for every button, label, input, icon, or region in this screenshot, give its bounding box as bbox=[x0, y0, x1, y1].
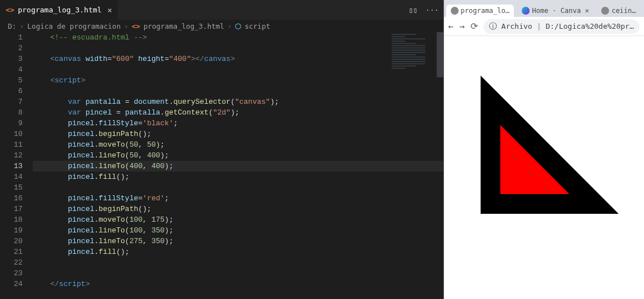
browser-tab-label: programa_lo… bbox=[461, 7, 510, 15]
site-info-icon[interactable]: ⓘ bbox=[489, 21, 497, 32]
forward-icon[interactable]: → bbox=[459, 21, 465, 32]
browser-tab-active[interactable]: programa_lo… bbox=[446, 5, 514, 17]
canva-favicon bbox=[522, 7, 530, 15]
page-favicon bbox=[451, 7, 459, 15]
chevron-right-icon: › bbox=[228, 22, 232, 30]
browser-pane: programa_lo… Home · Canva × ceiin… ← → ⟳… bbox=[443, 0, 644, 299]
browser-tab[interactable]: Home · Canva × bbox=[517, 5, 593, 17]
browser-tab-label: Home · Canva × bbox=[532, 7, 589, 15]
breadcrumb-file[interactable]: programa_log_3.html bbox=[144, 22, 224, 30]
url-scheme-label: Archivo bbox=[501, 22, 532, 30]
canvas-output bbox=[461, 56, 644, 214]
code-editor[interactable]: 123456789101112131415161718192021222324 … bbox=[0, 32, 443, 299]
breadcrumb-folder[interactable]: Logica de programacion bbox=[28, 22, 121, 30]
url-text: D:/Logica%20de%20pr… bbox=[545, 22, 634, 30]
editor-pane: <> programa_log_3.html × ▯▯ ··· D: › Log… bbox=[0, 0, 443, 299]
browser-tab[interactable]: ceiin… bbox=[597, 5, 640, 17]
browser-tab-label: ceiin… bbox=[611, 7, 636, 15]
page-viewport bbox=[444, 36, 644, 299]
tab-bar: <> programa_log_3.html × ▯▯ ··· bbox=[0, 0, 443, 20]
back-icon[interactable]: ← bbox=[448, 21, 454, 32]
reload-icon[interactable]: ⟳ bbox=[470, 21, 478, 32]
breadcrumb-symbol[interactable]: script bbox=[245, 22, 270, 30]
line-number-gutter: 123456789101112131415161718192021222324 bbox=[0, 32, 33, 299]
scrollbar-thumb[interactable] bbox=[437, 32, 443, 77]
breadcrumb: D: › Logica de programacion › <> program… bbox=[0, 20, 443, 32]
tab-label: programa_log_3.html bbox=[18, 6, 102, 14]
vertical-scrollbar[interactable] bbox=[437, 32, 443, 299]
breadcrumb-drive[interactable]: D: bbox=[8, 22, 16, 30]
browser-toolbar: ← → ⟳ ⓘ Archivo | D:/Logica%20de%20pr… bbox=[444, 17, 644, 36]
minimap[interactable] bbox=[392, 34, 437, 79]
html-file-icon: <> bbox=[132, 22, 140, 30]
page-favicon bbox=[601, 7, 609, 15]
html-file-icon: <> bbox=[6, 6, 15, 14]
editor-tab-active[interactable]: <> programa_log_3.html × bbox=[0, 0, 118, 20]
more-actions-icon[interactable]: ··· bbox=[425, 6, 438, 14]
symbol-icon: ⬡ bbox=[235, 22, 241, 30]
chevron-right-icon: › bbox=[124, 22, 128, 30]
close-icon[interactable]: × bbox=[107, 6, 112, 15]
code-content[interactable]: <!-- escuadra.html --> <canvas width="60… bbox=[33, 32, 443, 299]
browser-tab-strip: programa_lo… Home · Canva × ceiin… bbox=[444, 0, 644, 17]
address-bar[interactable]: ⓘ Archivo | D:/Logica%20de%20pr… bbox=[483, 19, 639, 34]
split-editor-icon[interactable]: ▯▯ bbox=[408, 6, 418, 14]
chevron-right-icon: › bbox=[20, 22, 24, 30]
